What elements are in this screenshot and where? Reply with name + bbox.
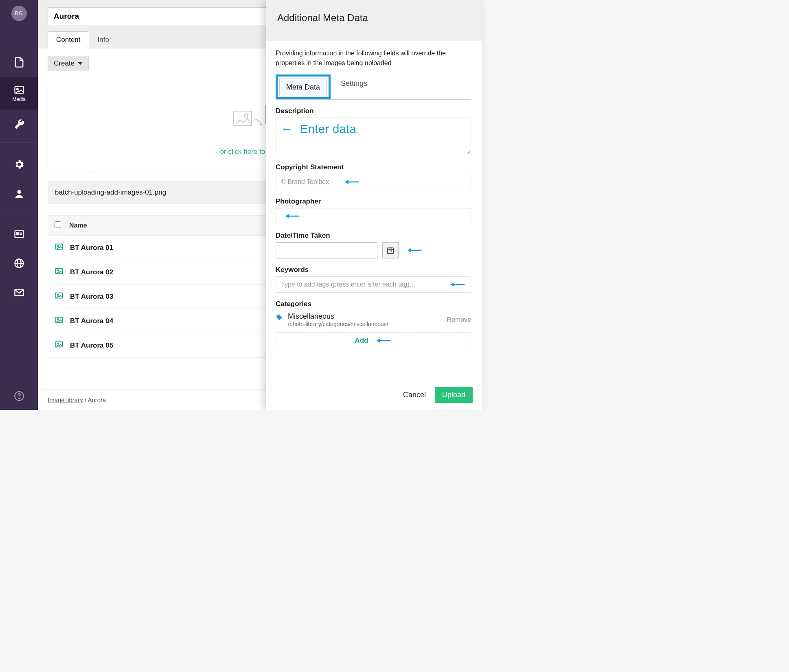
divider: [0, 212, 38, 212]
user-icon: [13, 188, 25, 199]
panel-intro: Providing information in the following f…: [276, 48, 471, 68]
wrench-icon: [13, 118, 25, 130]
svg-point-29: [57, 343, 59, 344]
mail-icon: [13, 287, 25, 298]
categories-label: Categories: [276, 300, 471, 308]
datetime-input[interactable]: [276, 242, 377, 258]
callout-highlight: Meta Data: [276, 74, 331, 99]
metadata-panel: Additional Meta Data Providing informati…: [266, 0, 482, 410]
create-label: Create: [54, 59, 75, 68]
divider: [0, 40, 38, 40]
calendar-icon: 14: [386, 246, 394, 254]
photographer-label: Photographer: [276, 197, 471, 206]
arrow-annotation-icon: [450, 280, 466, 289]
add-category-button[interactable]: Add: [276, 332, 471, 349]
globe-icon: [13, 258, 25, 269]
caret-down-icon: [78, 61, 83, 66]
nav-item-globe[interactable]: [0, 249, 38, 278]
calendar-button[interactable]: 14: [382, 242, 399, 258]
panel-footer: Cancel Upload: [266, 380, 482, 410]
datetime-label: Date/Time Taken: [276, 232, 471, 240]
image-thumb-icon: [55, 267, 64, 278]
keywords-input[interactable]: [276, 276, 471, 293]
category-name: Miscellaneous: [288, 312, 447, 321]
nav-item-file[interactable]: [0, 48, 38, 77]
svg-point-1: [17, 88, 18, 90]
tab-info[interactable]: Info: [89, 31, 118, 48]
gear-icon: [13, 159, 25, 170]
svg-point-27: [57, 319, 59, 320]
arrow-annotation-icon: [344, 178, 360, 186]
category-item: Miscellaneous /photo-library/categories/…: [276, 311, 471, 330]
tag-icon: [276, 314, 283, 323]
nav-item-mail[interactable]: [0, 278, 38, 307]
image-thumb-icon: [55, 340, 64, 351]
svg-text:14: 14: [389, 250, 392, 253]
description-label: Description: [276, 107, 471, 115]
nav-item-media[interactable]: Media: [0, 77, 38, 109]
divider: [0, 142, 38, 142]
description-input[interactable]: ← Enter data: [276, 118, 471, 154]
help-icon[interactable]: [14, 391, 24, 403]
svg-point-2: [17, 190, 21, 194]
nav-item-user[interactable]: [0, 179, 38, 208]
copyright-label: Copyright Statement: [276, 163, 471, 171]
upload-button[interactable]: Upload: [435, 387, 473, 403]
panel-title: Additional Meta Data: [266, 0, 482, 41]
category-path: /photo-library/categories/miscellaneous/: [288, 321, 447, 327]
svg-point-23: [57, 270, 59, 271]
panel-tabs: Meta Data Settings: [276, 74, 471, 100]
media-icon: [13, 84, 25, 96]
left-nav: RG Media: [0, 0, 38, 410]
svg-point-21: [57, 245, 59, 247]
arrow-annotation-icon: [376, 337, 392, 345]
card-icon: [13, 228, 25, 240]
svg-point-14: [244, 114, 248, 117]
copyright-input[interactable]: [276, 174, 471, 190]
keywords-label: Keywords: [276, 266, 471, 274]
create-button[interactable]: Create: [48, 56, 89, 71]
svg-point-39: [277, 315, 278, 316]
nav-label-media: Media: [12, 96, 26, 102]
breadcrumb-root[interactable]: Image library: [48, 396, 83, 403]
panel-tab-settings[interactable]: Settings: [334, 75, 374, 100]
svg-point-12: [19, 398, 20, 399]
file-icon: [13, 57, 25, 68]
image-thumb-icon: [55, 315, 64, 326]
svg-rect-4: [16, 233, 18, 235]
arrow-annotation-icon: [407, 246, 423, 254]
avatar[interactable]: RG: [11, 6, 27, 21]
breadcrumb-current: Aurora: [88, 396, 106, 403]
image-thumb-icon: [55, 291, 64, 302]
image-thumb-icon: [55, 242, 64, 253]
panel-tab-metadata[interactable]: Meta Data: [279, 79, 327, 96]
photographer-input[interactable]: [276, 208, 471, 224]
category-remove[interactable]: Remove: [447, 316, 471, 324]
tab-content[interactable]: Content: [48, 31, 89, 48]
nav-item-settings-tool[interactable]: [0, 109, 38, 139]
cancel-button[interactable]: Cancel: [403, 391, 426, 399]
nav-item-card[interactable]: [0, 219, 38, 249]
nav-item-gear[interactable]: [0, 150, 38, 179]
svg-point-25: [57, 294, 59, 296]
select-all-checkbox[interactable]: [55, 221, 61, 228]
